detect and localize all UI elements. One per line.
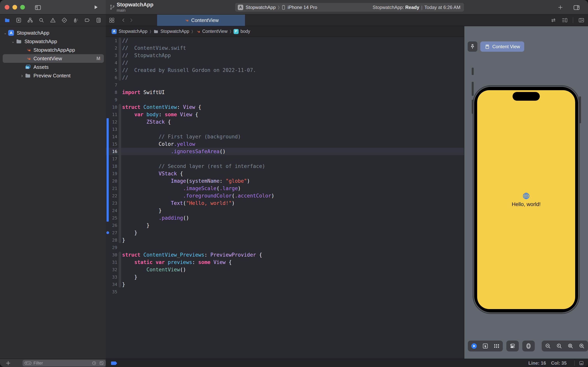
iphone-14-pro-mockup: Hello, world! xyxy=(473,86,579,313)
code-line-20[interactable]: 20 Image(systemName: "globe") xyxy=(106,177,464,185)
scheme-and-activity-bar[interactable]: A StopwatchApp 〉 iPhone 14 Pro Stopwatch… xyxy=(235,3,464,12)
code-line-28[interactable]: 28} xyxy=(106,236,464,244)
minimize-window-button[interactable] xyxy=(12,5,17,9)
breadcrumb-stopwatchapp[interactable]: StopwatchApp xyxy=(153,29,189,34)
tree-item-assets[interactable]: Assets xyxy=(0,63,106,71)
breakpoint-tag-icon[interactable] xyxy=(111,361,118,366)
tree-item-stopwatchappapp[interactable]: StopwatchAppApp xyxy=(0,46,106,54)
close-window-button[interactable] xyxy=(5,5,9,9)
library-plus-icon[interactable] xyxy=(558,5,563,10)
code-line-24[interactable]: 24 } xyxy=(106,207,464,214)
disclosure-down-icon[interactable]: ⌄ xyxy=(3,31,8,35)
code-line-3[interactable]: 3// StopwatchApp xyxy=(106,52,464,59)
code-line-29[interactable]: 29 xyxy=(106,244,464,251)
navigator-tab-source-control-icon[interactable] xyxy=(15,17,22,24)
navigator-tab-breakpoints-icon[interactable] xyxy=(84,17,90,24)
code-line-31[interactable]: 31 static var previews: some View { xyxy=(106,259,464,266)
line-number: 18 xyxy=(106,164,117,169)
code-review-icon[interactable] xyxy=(550,17,556,23)
run-button[interactable] xyxy=(93,4,99,10)
go-back-icon[interactable] xyxy=(121,18,126,23)
app-preview-screen[interactable]: Hello, world! xyxy=(477,90,575,309)
code-line-17[interactable]: 17 xyxy=(106,155,464,163)
toggle-navigator-icon[interactable] xyxy=(35,4,41,11)
code-line-10[interactable]: 10struct ContentView: View { xyxy=(106,103,464,111)
navigator-tab-tests-icon[interactable] xyxy=(61,17,68,24)
code-line-5[interactable]: 5// Created by Russell Gordon on 2022-11… xyxy=(106,67,464,74)
code-line-16[interactable]: 16 .ignoresSafeArea() xyxy=(106,148,464,155)
source-control-status-icon[interactable] xyxy=(99,361,104,366)
code-line-34[interactable]: 34} xyxy=(106,281,464,288)
related-items-icon[interactable] xyxy=(109,17,115,23)
code-line-2[interactable]: 2// ContentView.swift xyxy=(106,44,464,52)
navigator-tab-symbols-icon[interactable] xyxy=(27,17,34,24)
tab-contentview[interactable]: ContentView xyxy=(157,15,245,26)
disclosure-right-icon[interactable]: › xyxy=(19,74,25,78)
code-line-27[interactable]: 27 } xyxy=(106,229,464,236)
tree-item-stopwatchapp[interactable]: ⌄AStopwatchApp xyxy=(0,29,106,37)
preview-on-device-icon[interactable] xyxy=(525,343,532,349)
code-line-21[interactable]: 21 .imageScale(.large) xyxy=(106,185,464,192)
code-line-13[interactable]: 13 xyxy=(106,125,464,133)
swift-file-icon xyxy=(183,17,189,23)
device-settings-icon[interactable] xyxy=(509,343,516,349)
code-line-9[interactable]: 9 xyxy=(106,96,464,103)
code-line-35[interactable]: 35 xyxy=(106,288,464,295)
add-file-icon[interactable] xyxy=(5,360,11,366)
code-line-4[interactable]: 4// xyxy=(106,59,464,67)
pin-preview-button[interactable] xyxy=(468,42,477,52)
disclosure-down-icon[interactable]: ⌄ xyxy=(10,39,16,44)
navigator-tab-project-navigator-icon[interactable] xyxy=(4,17,10,24)
code-text: // First layer (background) xyxy=(122,134,241,140)
breadcrumb-contentview[interactable]: ContentView xyxy=(195,29,227,34)
toggle-inspector-icon[interactable] xyxy=(573,4,580,11)
add-editor-icon[interactable] xyxy=(578,17,585,23)
code-line-23[interactable]: 23 Text("Hello, world!") xyxy=(106,200,464,207)
zoom-actual-size-icon[interactable] xyxy=(556,343,562,349)
source-editor[interactable]: 1//2// ContentView.swift3// StopwatchApp… xyxy=(106,37,464,359)
filter-options-icon[interactable] xyxy=(25,361,32,366)
code-line-8[interactable]: 8import SwiftUI xyxy=(106,89,464,96)
zoom-window-button[interactable] xyxy=(20,5,25,9)
filter-field[interactable]: Filter xyxy=(23,360,106,367)
preview-tab-content-view[interactable]: Content View xyxy=(480,42,524,52)
code-text: ZStack { xyxy=(122,119,171,125)
navigator-tab-search-icon[interactable] xyxy=(38,17,45,24)
code-line-19[interactable]: 19 VStack { xyxy=(106,170,464,177)
navigator-tab-reports-icon[interactable] xyxy=(95,17,102,24)
code-line-15[interactable]: 15 Color.yellow xyxy=(106,140,464,148)
code-line-6[interactable]: 6// xyxy=(106,74,464,81)
go-forward-icon[interactable] xyxy=(129,18,134,23)
toggle-bottom-bar-icon[interactable] xyxy=(579,360,584,366)
code-line-12[interactable]: 12 ZStack { xyxy=(106,118,464,125)
tree-item-preview-content[interactable]: ›Preview Content xyxy=(0,71,106,80)
recent-files-clock-icon[interactable] xyxy=(92,361,96,366)
adjust-editor-options-icon[interactable] xyxy=(562,17,568,23)
code-line-26[interactable]: 26 } xyxy=(106,222,464,229)
navigator-tab-debug-icon[interactable] xyxy=(73,17,79,24)
code-line-22[interactable]: 22 .foregroundColor(.accentColor) xyxy=(106,192,464,200)
variants-grid-icon[interactable] xyxy=(494,343,500,349)
breadcrumb-body[interactable]: Pbody xyxy=(234,29,250,34)
tree-item-contentview[interactable]: ContentViewM xyxy=(0,54,106,63)
tree-item-stopwatchapp[interactable]: ⌄StopwatchApp xyxy=(0,37,106,46)
code-line-14[interactable]: 14 // First layer (background) xyxy=(106,133,464,140)
scheme-name[interactable]: StopwatchApp xyxy=(246,5,276,10)
code-line-1[interactable]: 1// xyxy=(106,37,464,44)
code-line-32[interactable]: 32 ContentView() xyxy=(106,266,464,273)
run-destination[interactable]: iPhone 14 Pro xyxy=(288,5,317,10)
code-line-11[interactable]: 11 var body: some View { xyxy=(106,111,464,118)
zoom-out-icon[interactable] xyxy=(545,343,551,349)
selectable-pointer-icon[interactable] xyxy=(482,343,488,349)
tree-item-label: ContentView xyxy=(34,56,62,62)
navigator-tab-issues-icon[interactable] xyxy=(50,17,56,24)
zoom-to-fit-icon[interactable] xyxy=(567,343,574,349)
breadcrumb-stopwatchapp[interactable]: AStopwatchApp xyxy=(112,29,147,34)
code-line-25[interactable]: 25 .padding() xyxy=(106,214,464,222)
code-line-18[interactable]: 18 // Second layer (rest of interface) xyxy=(106,163,464,170)
zoom-in-icon[interactable] xyxy=(579,343,585,349)
code-line-30[interactable]: 30struct ContentView_Previews: PreviewPr… xyxy=(106,251,464,259)
live-preview-play-icon[interactable] xyxy=(471,343,477,349)
code-line-7[interactable]: 7 xyxy=(106,81,464,89)
code-line-33[interactable]: 33 } xyxy=(106,273,464,281)
